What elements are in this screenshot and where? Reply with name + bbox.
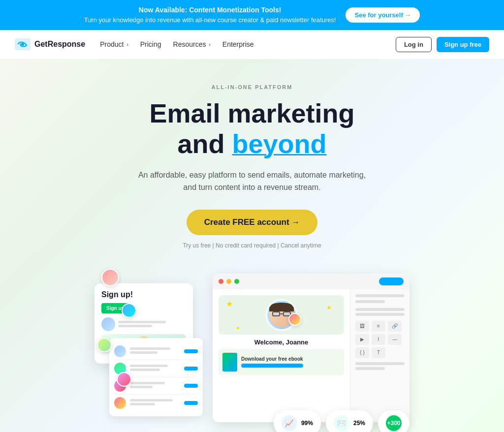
- mock-editor-titlebar: [213, 274, 410, 289]
- mock-toolbar-link-icon: 🔗: [388, 321, 402, 332]
- mock-minimize-dot: [226, 279, 231, 284]
- mock-maximize-dot: [234, 279, 239, 284]
- delivery-rate-icon: 📈: [282, 415, 297, 431]
- nav-resources[interactable]: Resources ›: [173, 40, 211, 48]
- stat-badge-count: +300: [378, 410, 410, 432]
- stats-badges: 📈 99% ✉️ 25% +300: [274, 410, 410, 432]
- hero-title: Email marketing and beyond: [149, 98, 354, 159]
- open-rate-icon: ✉️: [334, 415, 349, 431]
- float-avatar-1: [101, 269, 119, 286]
- mock-list-row: [114, 395, 198, 411]
- mock-toolbar-image-icon: 🖼: [355, 321, 369, 332]
- nav-enterprise[interactable]: Enterprise: [222, 40, 254, 48]
- mock-editor-toolbar: 🖼 ≡ 🔗 ▶ I — { } T: [350, 289, 410, 422]
- mock-avatar-4: [114, 397, 126, 409]
- mock-email-preview: ★ ★ ★: [213, 289, 350, 422]
- mock-toolbar-italic-icon: I: [372, 334, 385, 345]
- product-chevron-icon: ›: [126, 42, 128, 47]
- svg-point-1: [21, 43, 24, 46]
- hero-title-line1: Email marketing: [149, 98, 354, 128]
- hero-label: ALL-IN-ONE PLATFORM: [212, 84, 293, 90]
- banner-headline: Now Available: Content Monetization Tool…: [84, 5, 336, 15]
- mock-list-row: [114, 343, 198, 360]
- getresponse-logo-icon: [15, 38, 31, 50]
- stat-badge-delivery: 📈 99%: [274, 410, 321, 432]
- float-avatar-5: [288, 313, 301, 326]
- hero-cta-button[interactable]: Create FREE account →: [187, 210, 318, 235]
- hero-subtitle-line2: and turn content into a revenue stream.: [183, 183, 320, 191]
- mock-toolbar-play-icon: ▶: [355, 334, 369, 345]
- nav-pricing[interactable]: Pricing: [140, 40, 161, 48]
- mock-toolbar-line-icon: —: [388, 334, 402, 345]
- trial-info: Try us free | No credit card required | …: [183, 242, 321, 249]
- mock-signup-title: Sign up!: [101, 290, 186, 299]
- resources-chevron-icon: ›: [209, 42, 210, 47]
- hero-title-highlight: beyond: [232, 129, 327, 158]
- mock-download-btn: [241, 364, 303, 368]
- float-avatar-3: [97, 338, 112, 352]
- delivery-rate-value: 99%: [301, 420, 313, 427]
- count-icon: +300: [386, 415, 402, 431]
- mock-avatar-1: [114, 345, 126, 357]
- mock-editor-content: ★ ★ ★: [213, 289, 410, 422]
- nav-links: Product › Pricing Resources › Enterprise: [100, 40, 396, 48]
- open-rate-value: 25%: [353, 420, 365, 427]
- float-avatar-4: [117, 372, 131, 387]
- stat-badge-open: ✉️ 25%: [326, 410, 373, 432]
- mock-toolbar-extra-icon: T: [372, 347, 385, 358]
- login-button[interactable]: Log in: [396, 37, 432, 52]
- mock-close-dot: [219, 279, 223, 284]
- mock-ebook-info: Download your free ebook: [241, 356, 303, 368]
- hero-subtitle: An affordable, easy platform to send ema…: [138, 169, 366, 194]
- signup-button[interactable]: Sign up free: [437, 37, 489, 52]
- banner-subtext: Turn your knowledge into revenue with al…: [84, 16, 336, 24]
- nav-actions: Log in Sign up free: [396, 37, 489, 52]
- hero-subtitle-line1: An affordable, easy platform to send ema…: [138, 171, 366, 179]
- nav-product[interactable]: Product ›: [100, 40, 128, 48]
- mock-email-header-bg: ★ ★ ★: [219, 295, 344, 335]
- banner-cta-button[interactable]: See for yourself →: [346, 7, 420, 23]
- mock-ebook-card: Download your free ebook: [219, 349, 344, 375]
- mock-ebook-cover: [222, 353, 237, 371]
- banner-text: Now Available: Content Monetization Tool…: [84, 5, 336, 25]
- mock-toolbar-code-icon: { }: [355, 347, 369, 358]
- announcement-banner: Now Available: Content Monetization Tool…: [0, 0, 504, 30]
- hero-mock-ui: Sign up! Sign up: [94, 274, 410, 431]
- float-avatar-2: [122, 303, 136, 318]
- mock-welcome-text: Welcome, Joanne: [219, 339, 344, 346]
- logo-link[interactable]: GetResponse: [15, 38, 85, 50]
- navbar: GetResponse Product › Pricing Resources …: [0, 30, 504, 60]
- hero-title-line2: and: [177, 129, 232, 158]
- mock-email-editor: ★ ★ ★: [213, 274, 410, 422]
- mock-toolbar-text-icon: ≡: [372, 321, 385, 332]
- logo-text: GetResponse: [34, 40, 85, 49]
- hero-section: ALL-IN-ONE PLATFORM Email marketing and …: [0, 60, 504, 432]
